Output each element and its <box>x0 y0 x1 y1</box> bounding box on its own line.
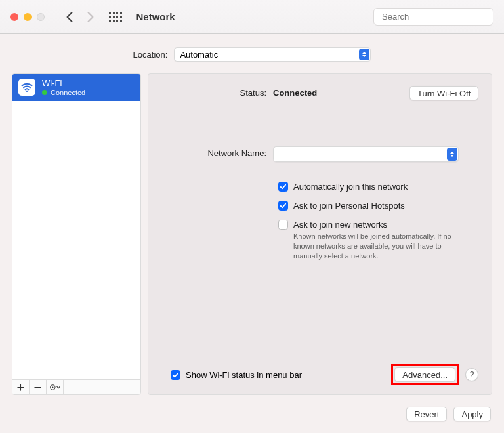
advanced-button[interactable]: Advanced... <box>394 367 455 382</box>
chevron-right-icon <box>86 11 95 23</box>
maximize-window-button[interactable] <box>37 13 45 21</box>
personal-hotspots-label: Ask to join Personal Hotspots <box>293 201 405 211</box>
auto-join-checkbox[interactable] <box>278 182 288 192</box>
search-input[interactable] <box>382 12 492 22</box>
remove-service-button[interactable] <box>30 380 47 394</box>
location-select[interactable]: Automatic <box>174 47 371 62</box>
new-networks-help: Known networks will be joined automatica… <box>278 232 462 261</box>
personal-hotspots-checkbox[interactable] <box>278 201 288 211</box>
status-indicator-icon <box>42 90 47 95</box>
location-label: Location: <box>133 50 168 60</box>
location-row: Location: Automatic <box>12 34 492 73</box>
menu-bar-status-row: Show Wi-Fi status in menu bar <box>161 370 302 380</box>
wifi-options: Automatically join this network Ask to j… <box>161 182 478 261</box>
personal-hotspots-row: Ask to join Personal Hotspots <box>278 201 478 211</box>
sidebar-item-status: Connected <box>51 89 85 97</box>
location-value: Automatic <box>180 50 218 60</box>
sidebar-item-wifi[interactable]: Wi-Fi Connected <box>12 74 140 101</box>
sidebar-footer-spacer <box>64 380 140 394</box>
status-label: Status: <box>161 86 273 98</box>
window-controls <box>10 13 45 21</box>
network-name-row: Network Name: <box>161 146 478 162</box>
minus-icon <box>34 384 41 391</box>
search-field[interactable] <box>373 8 494 26</box>
window-title: Network <box>136 11 175 22</box>
services-sidebar: Wi-Fi Connected <box>12 73 141 395</box>
minimize-window-button[interactable] <box>24 13 32 21</box>
menu-bar-status-label: Show Wi-Fi status in menu bar <box>186 370 302 380</box>
menu-bar-status-checkbox[interactable] <box>171 370 180 380</box>
content-panes: Wi-Fi Connected <box>12 73 492 395</box>
checkmark-icon <box>280 183 287 190</box>
apply-button[interactable]: Apply <box>453 407 491 421</box>
sidebar-footer <box>12 379 140 394</box>
chevron-left-icon <box>65 11 74 23</box>
sidebar-item-text: Wi-Fi Connected <box>42 78 85 97</box>
wifi-icon <box>18 79 35 96</box>
nav-back-button[interactable] <box>62 8 77 26</box>
nav-forward-button[interactable] <box>83 8 98 26</box>
status-row: Status: Connected Turn Wi-Fi Off <box>161 86 478 100</box>
auto-join-label: Automatically join this network <box>293 182 408 192</box>
close-window-button[interactable] <box>10 13 18 21</box>
actions-menu-icon <box>49 384 62 391</box>
help-button[interactable]: ? <box>465 368 478 381</box>
titlebar: Network <box>0 0 504 34</box>
new-networks-label: Ask to join new networks <box>293 220 387 230</box>
stepper-icon <box>359 49 369 60</box>
sidebar-item-name: Wi-Fi <box>42 78 85 89</box>
toggle-wifi-button[interactable]: Turn Wi-Fi Off <box>410 86 478 100</box>
network-name-select[interactable] <box>273 146 459 162</box>
window-body: Location: Automatic Wi-Fi Connected <box>0 34 504 433</box>
panel-footer: Show Wi-Fi status in menu bar Advanced..… <box>161 364 478 385</box>
new-networks-row: Ask to join new networks Known networks … <box>278 220 478 261</box>
stepper-icon <box>447 148 457 161</box>
network-name-label: Network Name: <box>161 146 273 158</box>
checkmark-icon <box>172 371 179 379</box>
checkmark-icon <box>280 202 287 209</box>
show-all-preferences-button[interactable] <box>109 12 122 22</box>
new-networks-checkbox[interactable] <box>278 220 288 230</box>
plus-icon <box>17 384 24 391</box>
service-actions-button[interactable] <box>47 380 64 394</box>
status-value: Connected <box>273 86 317 98</box>
settings-panel: Status: Connected Turn Wi-Fi Off Network… <box>148 73 492 395</box>
svg-point-4 <box>52 386 53 388</box>
window-footer-buttons: Revert Apply <box>12 395 492 433</box>
svg-point-2 <box>26 91 28 92</box>
revert-button[interactable]: Revert <box>406 407 447 421</box>
auto-join-row: Automatically join this network <box>278 182 478 192</box>
advanced-button-highlight: Advanced... <box>391 364 459 385</box>
add-service-button[interactable] <box>12 380 30 394</box>
